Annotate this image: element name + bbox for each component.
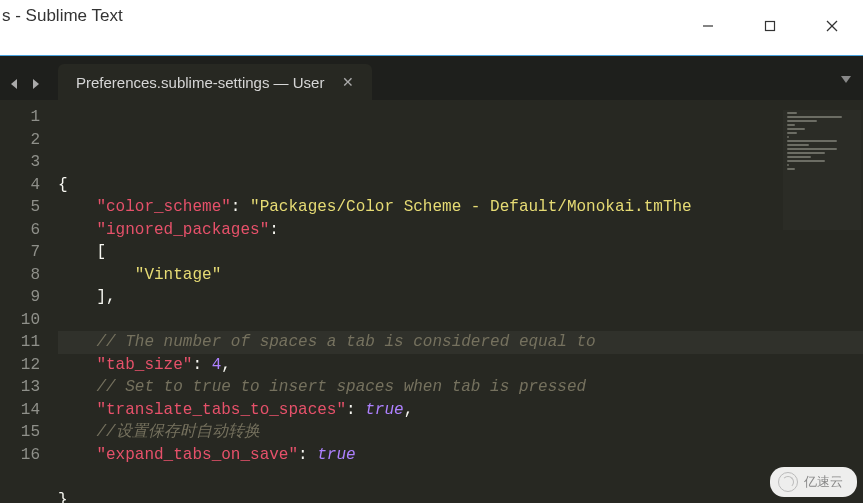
line-number: 16 <box>0 444 40 467</box>
tab-label: Preferences.sublime-settings — User <box>76 74 324 91</box>
line-number: 14 <box>0 399 40 422</box>
code-content: { "color_scheme": "Packages/Color Scheme… <box>58 174 863 504</box>
code-line: //设置保存时自动转换 <box>58 421 863 444</box>
line-number: 4 <box>0 174 40 197</box>
line-gutter: 12345678910111213141516 <box>0 106 58 503</box>
code-area[interactable]: { "color_scheme": "Packages/Color Scheme… <box>58 106 863 503</box>
code-line: "Vintage" <box>58 264 863 287</box>
tab-bar: Preferences.sublime-settings — User ✕ <box>0 56 863 100</box>
code-line: } <box>58 489 863 504</box>
code-line: // Set to true to insert spaces when tab… <box>58 376 863 399</box>
code-line: "translate_tabs_to_spaces": true, <box>58 399 863 422</box>
line-number: 7 <box>0 241 40 264</box>
line-number: 6 <box>0 219 40 242</box>
nav-arrows <box>6 76 44 92</box>
tab-overflow-button[interactable] <box>839 72 853 90</box>
code-line: "color_scheme": "Packages/Color Scheme -… <box>58 196 863 219</box>
nav-back-button[interactable] <box>6 76 24 92</box>
editor-container: Preferences.sublime-settings — User ✕ 12… <box>0 56 863 503</box>
maximize-button[interactable] <box>739 6 801 46</box>
code-line: "ignored_packages": <box>58 219 863 242</box>
tab-close-icon[interactable]: ✕ <box>342 75 354 89</box>
code-line: // The number of spaces a tab is conside… <box>58 331 863 354</box>
line-number: 9 <box>0 286 40 309</box>
line-number: 10 <box>0 309 40 332</box>
window-controls <box>677 6 863 46</box>
code-line: "expand_tabs_on_save": true <box>58 444 863 467</box>
code-line: { <box>58 174 863 197</box>
window-titlebar: s - Sublime Text <box>0 0 863 56</box>
svg-rect-1 <box>766 22 775 31</box>
line-number: 13 <box>0 376 40 399</box>
close-button[interactable] <box>801 6 863 46</box>
tab-preferences[interactable]: Preferences.sublime-settings — User ✕ <box>58 64 372 100</box>
code-line: "tab_size": 4, <box>58 354 863 377</box>
window-title: s - Sublime Text <box>0 6 123 26</box>
line-number: 2 <box>0 129 40 152</box>
line-number: 15 <box>0 421 40 444</box>
editor-body[interactable]: 12345678910111213141516 { "color_scheme"… <box>0 100 863 503</box>
line-number: 12 <box>0 354 40 377</box>
svg-marker-5 <box>33 79 39 89</box>
code-line <box>58 466 863 489</box>
line-number: 3 <box>0 151 40 174</box>
code-line: [ <box>58 241 863 264</box>
code-line <box>58 309 863 332</box>
nav-forward-button[interactable] <box>26 76 44 92</box>
line-number: 5 <box>0 196 40 219</box>
line-number: 11 <box>0 331 40 354</box>
minimize-button[interactable] <box>677 6 739 46</box>
line-number: 1 <box>0 106 40 129</box>
svg-marker-4 <box>11 79 17 89</box>
line-number: 8 <box>0 264 40 287</box>
svg-marker-6 <box>841 76 851 83</box>
code-line: ], <box>58 286 863 309</box>
